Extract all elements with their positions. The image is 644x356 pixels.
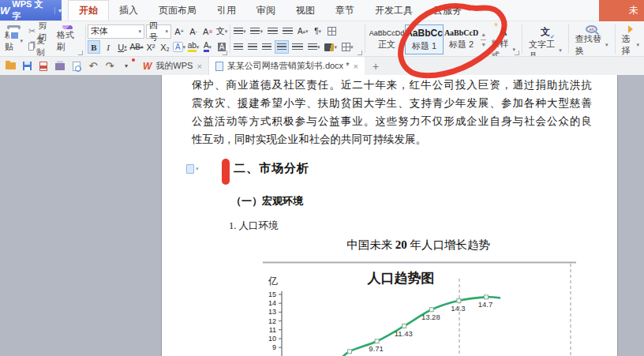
bullet-list-button[interactable]: ▾ [232, 24, 248, 38]
menu-tab-view[interactable]: 视图 [286, 0, 325, 21]
justify-button[interactable] [275, 40, 289, 54]
font-color-button[interactable]: A▾ [201, 40, 214, 54]
shading-bucket-icon [324, 43, 334, 51]
select-button[interactable]: 选择▾ [619, 24, 642, 54]
new-tab-button[interactable]: + [365, 57, 387, 75]
print-preview-button[interactable] [71, 61, 82, 72]
subscript-button[interactable]: X₂ [159, 40, 171, 54]
underline-button[interactable]: U▾ [116, 40, 129, 54]
svg-text:14.7: 14.7 [478, 300, 493, 309]
shrink-font-button[interactable]: A- [187, 24, 200, 38]
clipboard-dialog-launcher[interactable] [78, 51, 83, 55]
insert-table-button[interactable] [326, 24, 339, 38]
menu-tab-developer[interactable]: 开发工具 [365, 0, 423, 21]
grow-font-button[interactable]: A+ [173, 24, 185, 38]
menu-tab-cloud[interactable]: 云服务 [423, 0, 472, 21]
paragraph-dialog-launcher[interactable] [358, 51, 362, 55]
line-spacing-button[interactable]: ▾ [306, 40, 322, 54]
text-effects-button[interactable]: A▾ [173, 40, 185, 54]
align-right-icon [262, 43, 271, 51]
new-style-icon: A [500, 25, 507, 38]
character-scale-button[interactable]: A▴▾ [296, 24, 310, 38]
borders-button[interactable]: ▾ [340, 40, 355, 54]
align-center-button[interactable] [246, 40, 259, 54]
copy-button[interactable]: 复制 [26, 40, 54, 54]
styles-scroll-down[interactable]: ▼ [481, 39, 486, 47]
paragraph-line: 震救灾、援建希望小学、扶助贫困大学生、支持青少年发展、参加各种大型慈善 [192, 94, 592, 112]
save-button[interactable] [21, 61, 32, 72]
highlight-color-button[interactable]: ab▾ [187, 40, 200, 54]
pinyin-guide-button[interactable]: 文▾ [215, 24, 228, 38]
document-page[interactable]: 保护、商业道德及社区责任。近二十年来，红牛公司投入巨资，通过捐助抗洪抗 震救灾、… [162, 75, 617, 356]
bold-button[interactable]: B [88, 40, 100, 54]
menu-tab-review[interactable]: 审阅 [246, 0, 286, 21]
export-pdf-icon [39, 62, 47, 71]
svg-text:9.71: 9.71 [369, 344, 384, 353]
strikethrough-button[interactable]: AB▾ [130, 40, 143, 54]
wps-app-menu-button[interactable]: W WPS 文字 ▾ [0, 0, 62, 21]
text-direction-button[interactable]: ¶▾ [312, 24, 324, 38]
scissors-icon: ✂ [28, 26, 36, 36]
login-button[interactable]: 未 [599, 0, 644, 21]
superscript-button[interactable]: X² [144, 40, 157, 54]
font-size-select[interactable]: 四号▾ [146, 24, 171, 39]
menu-tab-section[interactable]: 章节 [325, 0, 365, 21]
close-icon[interactable]: × [353, 62, 358, 71]
font-dialog-launcher[interactable] [223, 51, 227, 55]
population-chart[interactable]: 人口趋势图亿15141312111099.7111.4313.2814.314.… [237, 261, 576, 356]
redo-button[interactable]: ↷ [104, 61, 115, 72]
menu-tab-page-layout[interactable]: 页面布局 [148, 0, 207, 21]
chevron-down-icon: ▾ [54, 7, 62, 14]
document-heading-1[interactable]: 二、市场分析 [234, 161, 309, 176]
undo-button[interactable]: ↶ [88, 61, 99, 72]
svg-text:10: 10 [268, 335, 276, 343]
population-chart-svg: 人口趋势图亿15141312111099.7111.4313.2814.314.… [237, 261, 576, 356]
customize-toolbar-caret[interactable]: ▾ [121, 61, 132, 72]
styles-scroll-up[interactable]: ▲ [481, 32, 486, 37]
body-paragraph[interactable]: 保护、商业道德及社区责任。近二十年来，红牛公司投入巨资，通过捐助抗洪抗 震救灾、… [192, 76, 592, 148]
style-heading-1[interactable]: AaBbCc 标题 1 [405, 24, 444, 54]
decrease-indent-button[interactable] [266, 24, 279, 38]
style-normal[interactable]: AaBbCcDd 正文 [369, 24, 406, 54]
ribbon: 粘贴▾ ✂剪切 复制 格式刷 宋体▾ 四号▾ A+ A- A 文▾ [0, 22, 644, 57]
close-icon[interactable]: × [197, 62, 201, 71]
number-list-button[interactable]: ▾ [249, 24, 264, 38]
heading-marker-icon [186, 164, 194, 174]
text-tools-button[interactable]: 文 文字工具▾ [526, 24, 565, 54]
chevron-down-icon: ▾ [636, 42, 639, 48]
document-list-item[interactable]: 1. 人口环境 [229, 219, 279, 233]
tab-my-wps[interactable]: W 我的WPS × [137, 57, 209, 75]
document-tab-bar: ↶ ↷ ▾ W 我的WPS × 某某公司网络营销策划书.docx * × + [0, 57, 644, 75]
style-heading-2[interactable]: AaBbCcD 标题 2 [444, 24, 479, 54]
shading-button[interactable]: ▾ [323, 40, 339, 54]
tab-document[interactable]: 某某公司网络营销策划书.docx * × [209, 57, 365, 75]
italic-button[interactable]: I [102, 40, 114, 54]
chevron-down-icon: ▾ [225, 28, 228, 35]
document-heading-2[interactable]: （一）宏观环境 [231, 194, 303, 208]
svg-text:14: 14 [268, 299, 276, 307]
increase-indent-button[interactable] [281, 24, 294, 38]
paste-button[interactable]: 粘贴▾ [2, 24, 26, 54]
chevron-down-icon: ▾ [260, 28, 263, 35]
magnifier-icon: ab [586, 25, 597, 33]
menu-tab-bar: 开始 插入 页面布局 引用 审阅 视图 章节 开发工具 云服务 [68, 0, 472, 21]
menu-tab-insert[interactable]: 插入 [109, 0, 148, 21]
align-left-button[interactable] [232, 40, 245, 54]
styles-dialog-launcher[interactable] [515, 51, 519, 55]
distribute-button[interactable] [290, 40, 305, 54]
menu-tab-home[interactable]: 开始 [68, 0, 109, 21]
select-arrow-icon [628, 25, 633, 33]
menu-tab-references[interactable]: 引用 [207, 0, 246, 21]
export-pdf-button[interactable] [38, 61, 49, 72]
open-file-button[interactable] [5, 61, 16, 72]
number-list-icon [250, 28, 260, 36]
font-name-select[interactable]: 宋体▾ [88, 24, 144, 39]
print-button[interactable] [54, 61, 66, 72]
clear-format-button[interactable]: A [201, 24, 214, 38]
find-replace-button[interactable]: ab 查找替换▾ [572, 24, 612, 54]
quick-access-toolbar: ↶ ↷ ▾ [0, 57, 137, 75]
document-icon [215, 62, 223, 71]
heading-collapse-control[interactable]: ▾ [186, 164, 199, 174]
align-right-button[interactable] [260, 40, 273, 54]
wps-logo-icon: W [0, 5, 9, 17]
